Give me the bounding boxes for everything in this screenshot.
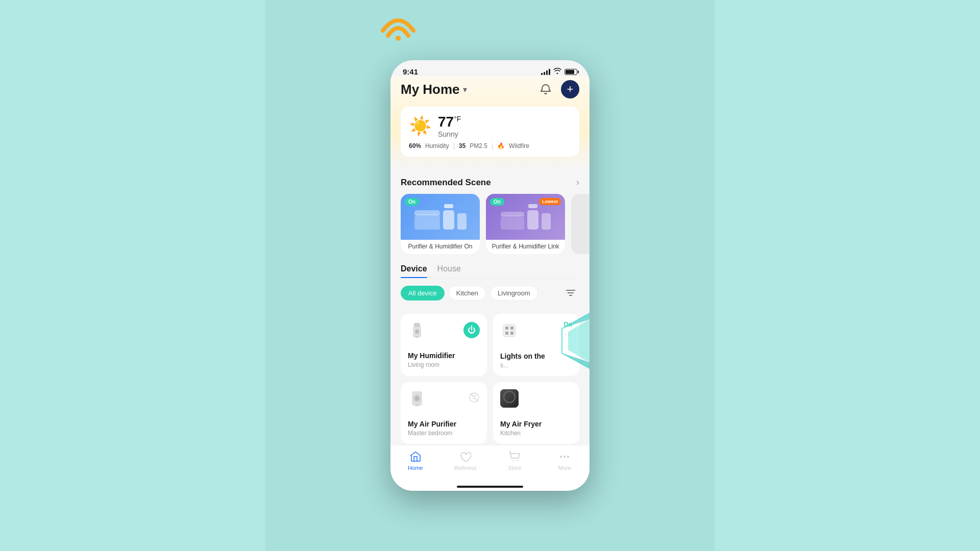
on-badge-2: On bbox=[490, 198, 504, 206]
weather-sun-icon: ☀️ bbox=[409, 115, 432, 137]
weather-description: Sunny bbox=[438, 130, 461, 138]
airfryer-thumb bbox=[500, 389, 519, 408]
chip-all-device[interactable]: All device bbox=[401, 286, 445, 300]
svg-rect-10 bbox=[505, 332, 508, 335]
nav-item-more[interactable]: More bbox=[540, 450, 590, 471]
svg-point-5 bbox=[415, 330, 419, 334]
weather-main: ☀️ 77°F Sunny bbox=[409, 114, 571, 138]
scene-label-1: Purifier & Humidifier On bbox=[401, 240, 480, 254]
svg-rect-4 bbox=[414, 323, 420, 327]
svg-rect-11 bbox=[510, 332, 513, 335]
home-nav-icon bbox=[409, 450, 422, 463]
humidifier-icon-scene bbox=[457, 213, 467, 230]
device-tabs-section: Device House All device Kitchen Livingro… bbox=[390, 264, 590, 302]
chip-livingroom[interactable]: Livingroom bbox=[490, 286, 538, 300]
humidifier-power-button[interactable]: ⏻ bbox=[463, 322, 480, 338]
lights-location: s... bbox=[500, 362, 572, 369]
lights-status-area: On ··· bbox=[564, 321, 572, 340]
notification-button[interactable] bbox=[536, 80, 555, 98]
phone-frame: 9:41 bbox=[390, 60, 590, 491]
svg-point-19 bbox=[513, 460, 514, 461]
svg-rect-7 bbox=[503, 324, 516, 337]
purifier-thumb bbox=[408, 389, 426, 408]
lights-on-status: On bbox=[564, 321, 572, 328]
svg-point-23 bbox=[567, 456, 569, 458]
status-icons bbox=[541, 68, 577, 76]
add-device-button[interactable]: + bbox=[561, 80, 579, 98]
purifier-location: Master bedroom bbox=[408, 430, 480, 437]
svg-point-21 bbox=[560, 456, 562, 458]
header-actions: + bbox=[536, 80, 579, 98]
svg-rect-15 bbox=[415, 405, 419, 406]
alert-text: Wildfire bbox=[509, 142, 529, 149]
humidifier-thumb bbox=[408, 321, 426, 339]
nav-item-home[interactable]: Home bbox=[390, 450, 440, 471]
device-card-airfryer[interactable]: My Air Fryer Kitchen bbox=[493, 382, 579, 444]
chevron-down-icon[interactable]: ▾ bbox=[463, 85, 467, 94]
recommended-scene-arrow[interactable]: › bbox=[576, 177, 579, 188]
scene-label-2: Purifier & Humidifier Link bbox=[486, 240, 565, 254]
scene-img-1: On bbox=[401, 194, 480, 240]
scene-card-1[interactable]: On Purifier & Humidifier On bbox=[401, 194, 480, 254]
weather-stats: 60% Humidity | 35 PM2.5 | 🔥 Wildfire bbox=[409, 142, 571, 149]
wifi-icon bbox=[553, 68, 561, 76]
chip-kitchen[interactable]: Kitchen bbox=[449, 286, 486, 300]
svg-point-22 bbox=[564, 456, 566, 458]
wifi-decoration bbox=[378, 5, 419, 43]
scroll-content[interactable]: My Home ▾ + ☀️ bbox=[390, 76, 590, 461]
device-icon-row-airfryer bbox=[500, 389, 572, 408]
weather-temp-row: 77°F bbox=[438, 114, 461, 130]
signal-icon bbox=[541, 69, 550, 75]
nav-label-more: More bbox=[558, 465, 571, 471]
sofa-icon bbox=[414, 214, 440, 230]
home-indicator bbox=[457, 486, 523, 488]
purifier-name: My Air Purifier bbox=[408, 420, 480, 428]
scene-scroll[interactable]: On Purifier & Humidifier On On bbox=[390, 194, 590, 254]
filter-row: All device Kitchen Livingroom bbox=[401, 284, 579, 302]
device-card-humidifier[interactable]: ⏻ My Humidifier Living room bbox=[401, 314, 487, 376]
home-title-row[interactable]: My Home ▾ bbox=[401, 82, 467, 97]
header-row: My Home ▾ + bbox=[401, 80, 579, 98]
humidity-label: Humidity bbox=[425, 142, 449, 149]
device-icon-row-humidifier: ⏻ bbox=[408, 321, 480, 339]
lights-name: Lights on the bbox=[500, 352, 572, 360]
main-tabs: Device House bbox=[401, 264, 579, 278]
humidity-value: 60% bbox=[409, 142, 421, 149]
nav-item-wellness[interactable]: Wellness bbox=[440, 450, 491, 471]
on-badge-1: On bbox=[405, 198, 419, 206]
airfryer-location: Kitchen bbox=[500, 430, 572, 437]
svg-rect-9 bbox=[510, 327, 513, 330]
more-nav-icon bbox=[558, 450, 571, 463]
filter-icon-button[interactable] bbox=[562, 284, 579, 302]
recommended-scene-header: Recommended Scene › bbox=[390, 177, 590, 188]
recommended-scene-title: Recommended Scene bbox=[401, 178, 491, 188]
svg-point-30 bbox=[396, 36, 401, 41]
store-nav-icon bbox=[509, 450, 521, 463]
weather-card: ☀️ 77°F Sunny 60% Humidity | 35 bbox=[401, 107, 579, 157]
wellness-nav-icon bbox=[459, 450, 471, 463]
device-grid: ⏻ My Humidifier Living room bbox=[390, 308, 590, 450]
scene-card-2[interactable]: On Lowest Purifier & Humidifier Link bbox=[486, 194, 565, 254]
device-card-lights[interactable]: On ··· Lights on the s... bbox=[493, 314, 579, 376]
nav-label-store: Store bbox=[508, 465, 522, 471]
bottom-nav: Home Wellness Store More bbox=[390, 445, 590, 491]
nav-item-store[interactable]: Store bbox=[490, 450, 540, 471]
svg-point-14 bbox=[415, 396, 419, 400]
device-card-purifier[interactable]: My Air Purifier Master bedroom bbox=[401, 382, 487, 444]
purifier-icon bbox=[443, 210, 454, 230]
airfryer-image bbox=[500, 389, 519, 408]
fire-icon: 🔥 bbox=[497, 142, 505, 149]
device-icon-row-lights: On ··· bbox=[500, 321, 572, 340]
status-bar: 9:41 bbox=[390, 60, 590, 76]
humidifier-name: My Humidifier bbox=[408, 352, 480, 360]
weather-temperature: 77°F bbox=[438, 114, 461, 130]
scene-img-2: On Lowest bbox=[486, 194, 565, 240]
tab-device[interactable]: Device bbox=[401, 264, 427, 278]
lights-more-dots[interactable]: ··· bbox=[565, 329, 572, 340]
tab-house[interactable]: House bbox=[437, 264, 461, 278]
device-icon-row-purifier bbox=[408, 389, 480, 408]
header-section: My Home ▾ + ☀️ bbox=[390, 76, 590, 169]
scene-card-3-partial[interactable] bbox=[571, 194, 590, 254]
lights-thumb bbox=[500, 321, 519, 340]
svg-rect-8 bbox=[505, 327, 508, 330]
